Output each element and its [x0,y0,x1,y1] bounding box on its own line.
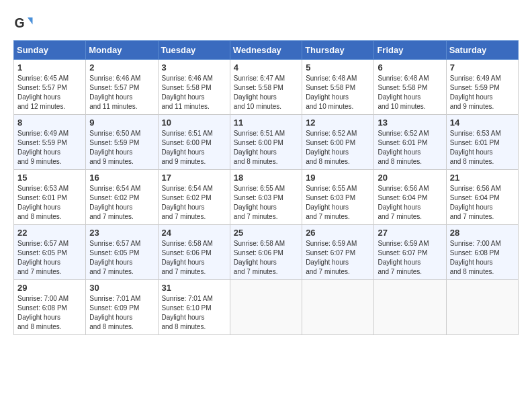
day-info: Sunrise: 6:52 AMSunset: 6:01 PMDaylight … [378,130,429,165]
day-number: 9 [89,118,154,128]
day-number: 15 [17,173,82,183]
day-number: 14 [450,118,515,128]
svg-marker-1 [28,17,33,25]
calendar-cell: 29 Sunrise: 7:00 AMSunset: 6:08 PMDaylig… [14,280,86,335]
day-info: Sunrise: 6:46 AMSunset: 5:58 PMDaylight … [162,75,213,110]
day-number: 31 [162,283,226,293]
day-info: Sunrise: 7:00 AMSunset: 6:08 PMDaylight … [17,295,69,330]
calendar-cell: 26 Sunrise: 6:59 AMSunset: 6:07 PMDaylig… [302,225,374,280]
calendar-cell: 8 Sunrise: 6:49 AMSunset: 5:59 PMDayligh… [14,115,86,170]
calendar-cell [446,280,518,335]
day-number: 18 [234,173,298,183]
weekday-header-tuesday: Tuesday [158,41,230,60]
calendar-cell: 23 Sunrise: 6:57 AMSunset: 6:05 PMDaylig… [86,225,158,280]
day-number: 10 [162,118,226,128]
day-number: 29 [17,283,82,293]
day-info: Sunrise: 6:53 AMSunset: 6:01 PMDaylight … [450,130,501,165]
day-number: 24 [162,228,226,238]
day-number: 13 [378,118,442,128]
calendar-cell: 6 Sunrise: 6:48 AMSunset: 5:58 PMDayligh… [374,60,446,115]
day-number: 8 [17,118,82,128]
calendar-table: SundayMondayTuesdayWednesdayThursdayFrid… [13,40,519,335]
day-info: Sunrise: 6:53 AMSunset: 6:01 PMDaylight … [17,185,69,220]
calendar-cell: 21 Sunrise: 6:56 AMSunset: 6:04 PMDaylig… [446,170,518,225]
weekday-header-saturday: Saturday [446,41,518,60]
calendar-cell: 10 Sunrise: 6:51 AMSunset: 6:00 PMDaylig… [158,115,230,170]
day-info: Sunrise: 7:00 AMSunset: 6:08 PMDaylight … [450,240,501,275]
day-number: 4 [234,62,298,73]
day-number: 19 [306,173,370,183]
day-number: 6 [378,62,442,73]
calendar-cell [302,280,374,335]
day-info: Sunrise: 6:58 AMSunset: 6:06 PMDaylight … [162,240,213,275]
day-info: Sunrise: 6:48 AMSunset: 5:58 PMDaylight … [378,75,429,110]
calendar-week-5: 29 Sunrise: 7:00 AMSunset: 6:08 PMDaylig… [14,280,519,335]
day-info: Sunrise: 6:55 AMSunset: 6:03 PMDaylight … [306,185,357,220]
day-info: Sunrise: 6:58 AMSunset: 6:06 PMDaylight … [234,240,285,275]
day-number: 11 [234,118,298,128]
day-info: Sunrise: 6:52 AMSunset: 6:00 PMDaylight … [306,130,357,165]
day-number: 22 [17,228,82,238]
weekday-header-wednesday: Wednesday [230,41,302,60]
day-number: 7 [450,62,515,73]
calendar-cell: 27 Sunrise: 6:59 AMSunset: 6:07 PMDaylig… [374,225,446,280]
day-number: 27 [378,228,442,238]
day-info: Sunrise: 7:01 AMSunset: 6:10 PMDaylight … [162,295,213,330]
day-info: Sunrise: 6:49 AMSunset: 5:59 PMDaylight … [450,75,501,110]
calendar-cell: 9 Sunrise: 6:50 AMSunset: 5:59 PMDayligh… [86,115,158,170]
calendar-cell [230,280,302,335]
day-info: Sunrise: 6:51 AMSunset: 6:00 PMDaylight … [162,130,213,165]
calendar-cell: 14 Sunrise: 6:53 AMSunset: 6:01 PMDaylig… [446,115,518,170]
calendar-cell: 19 Sunrise: 6:55 AMSunset: 6:03 PMDaylig… [302,170,374,225]
day-info: Sunrise: 7:01 AMSunset: 6:09 PMDaylight … [89,295,140,330]
day-info: Sunrise: 6:54 AMSunset: 6:02 PMDaylight … [162,185,213,220]
day-number: 26 [306,228,370,238]
weekday-header-sunday: Sunday [14,41,86,60]
day-info: Sunrise: 6:54 AMSunset: 6:02 PMDaylight … [89,185,140,220]
calendar-cell: 3 Sunrise: 6:46 AMSunset: 5:58 PMDayligh… [158,60,230,115]
logo-icon: G [13,13,34,34]
calendar-cell: 4 Sunrise: 6:47 AMSunset: 5:58 PMDayligh… [230,60,302,115]
weekday-header-friday: Friday [374,41,446,60]
day-number: 30 [89,283,154,293]
calendar-cell: 13 Sunrise: 6:52 AMSunset: 6:01 PMDaylig… [374,115,446,170]
weekday-header-monday: Monday [86,41,158,60]
day-info: Sunrise: 6:45 AMSunset: 5:57 PMDaylight … [17,75,69,110]
calendar-cell: 28 Sunrise: 7:00 AMSunset: 6:08 PMDaylig… [446,225,518,280]
day-info: Sunrise: 6:57 AMSunset: 6:05 PMDaylight … [89,240,140,275]
calendar-cell: 24 Sunrise: 6:58 AMSunset: 6:06 PMDaylig… [158,225,230,280]
day-number: 25 [234,228,298,238]
day-number: 12 [306,118,370,128]
day-info: Sunrise: 6:55 AMSunset: 6:03 PMDaylight … [234,185,285,220]
day-number: 28 [450,228,515,238]
day-info: Sunrise: 6:56 AMSunset: 6:04 PMDaylight … [378,185,429,220]
calendar-cell [374,280,446,335]
day-number: 20 [378,173,442,183]
calendar-cell: 16 Sunrise: 6:54 AMSunset: 6:02 PMDaylig… [86,170,158,225]
calendar-cell: 25 Sunrise: 6:58 AMSunset: 6:06 PMDaylig… [230,225,302,280]
day-number: 16 [89,173,154,183]
calendar-cell: 22 Sunrise: 6:57 AMSunset: 6:05 PMDaylig… [14,225,86,280]
calendar-cell: 31 Sunrise: 7:01 AMSunset: 6:10 PMDaylig… [158,280,230,335]
day-info: Sunrise: 6:57 AMSunset: 6:05 PMDaylight … [17,240,69,275]
calendar-week-2: 8 Sunrise: 6:49 AMSunset: 5:59 PMDayligh… [14,115,519,170]
calendar-week-4: 22 Sunrise: 6:57 AMSunset: 6:05 PMDaylig… [14,225,519,280]
calendar-cell: 17 Sunrise: 6:54 AMSunset: 6:02 PMDaylig… [158,170,230,225]
calendar-cell: 5 Sunrise: 6:48 AMSunset: 5:58 PMDayligh… [302,60,374,115]
calendar-week-3: 15 Sunrise: 6:53 AMSunset: 6:01 PMDaylig… [14,170,519,225]
calendar-cell: 18 Sunrise: 6:55 AMSunset: 6:03 PMDaylig… [230,170,302,225]
calendar-cell: 15 Sunrise: 6:53 AMSunset: 6:01 PMDaylig… [14,170,86,225]
day-number: 23 [89,228,154,238]
header: G [13,13,519,34]
day-info: Sunrise: 6:59 AMSunset: 6:07 PMDaylight … [378,240,429,275]
svg-text:G: G [15,15,25,30]
day-number: 1 [17,62,82,73]
day-info: Sunrise: 6:46 AMSunset: 5:57 PMDaylight … [89,75,140,110]
calendar-cell: 7 Sunrise: 6:49 AMSunset: 5:59 PMDayligh… [446,60,518,115]
calendar-week-1: 1 Sunrise: 6:45 AMSunset: 5:57 PMDayligh… [14,60,519,115]
calendar-cell: 11 Sunrise: 6:51 AMSunset: 6:00 PMDaylig… [230,115,302,170]
day-info: Sunrise: 6:56 AMSunset: 6:04 PMDaylight … [450,185,501,220]
day-info: Sunrise: 6:50 AMSunset: 5:59 PMDaylight … [89,130,140,165]
calendar-cell: 12 Sunrise: 6:52 AMSunset: 6:00 PMDaylig… [302,115,374,170]
weekday-header-thursday: Thursday [302,41,374,60]
